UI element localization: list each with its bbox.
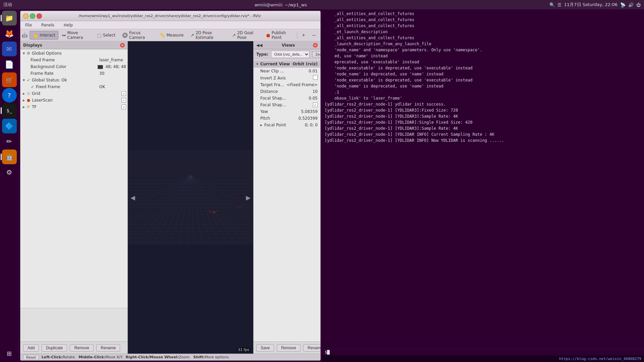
frame-rate-value[interactable]: 30 [99, 71, 126, 76]
views-remove-button[interactable]: Remove [277, 344, 301, 352]
terminal-line: obase_link' to 'laser_frame' [325, 95, 641, 101]
global-status-expand[interactable]: ▼ [22, 78, 26, 82]
focus-camera-button[interactable]: 🔘 Focus Camera [119, 29, 156, 42]
rviz-icon[interactable]: 🤖 [2, 149, 17, 164]
settings-icon[interactable]: ⚙️ [2, 165, 17, 180]
bg-color-item[interactable]: Background Color 48; 48; 48 [20, 63, 127, 70]
move-camera-button[interactable]: ↔ Move Camera [59, 29, 94, 42]
pen-icon[interactable]: ✏️ [2, 134, 17, 149]
grid-checkbox[interactable]: ✓ [121, 91, 126, 96]
search-icon[interactable]: 🔍 [549, 2, 555, 7]
displays-close-button[interactable]: ✕ [120, 43, 125, 48]
maximize-button[interactable] [30, 13, 35, 19]
terminal-icon[interactable]: $_ [2, 103, 17, 118]
pose-estimate-button[interactable]: ↗ 2D Pose Estimate [187, 29, 228, 42]
global-options-expand[interactable]: ▼ [22, 51, 26, 55]
focal-shape-2-value[interactable]: ✓ [313, 103, 318, 107]
focal-shape-1-row[interactable]: Focal Shap... 0.05 [254, 95, 320, 102]
terminal-line: 'node_name' is deprecated, use 'name' in… [325, 71, 641, 77]
menu-panels[interactable]: Panels [39, 22, 56, 28]
terminal-line: [ydlidar_ros2_driver_node-1] [YDLIDAR3]:… [325, 113, 641, 119]
viewport-arrow-left[interactable]: ◀ [128, 191, 138, 204]
focal-point-expand[interactable]: ▶ [260, 124, 264, 127]
target-frame-row[interactable]: Target Fra... <Fixed Frame> [254, 81, 320, 88]
pitch-row[interactable]: Pitch 0.520399 [254, 115, 320, 122]
svg-rect-70 [206, 210, 206, 210]
grid-expand[interactable]: ▶ [22, 92, 26, 96]
displays-panel-header: Displays ✕ [20, 41, 127, 49]
invert-z-value[interactable] [313, 75, 318, 81]
global-status-ff-value: OK [99, 84, 126, 89]
power-icon[interactable]: ⏻ [636, 2, 641, 7]
publish-point-button[interactable]: ● Publish Point [263, 29, 296, 42]
activities-label[interactable]: 活动 [3, 2, 12, 8]
menu-file[interactable]: File [23, 22, 34, 28]
reset-button[interactable]: Reset [23, 355, 39, 360]
duplicate-button[interactable]: Duplicate [42, 344, 67, 352]
near-clip-row[interactable]: Near Clip ... 0.01 [254, 68, 320, 74]
svg-rect-61 [237, 205, 238, 206]
tf-checkbox[interactable]: ✓ [121, 105, 126, 109]
laserscan-expand[interactable]: ▶ [22, 98, 26, 102]
fixed-frame-item[interactable]: Fixed Frame laser_frame [20, 57, 127, 63]
3d-viewport[interactable]: ◀ ▶ 31 fps [128, 41, 253, 354]
menu-help[interactable]: Help [62, 22, 75, 28]
middle-click-action: Move X/Y. [105, 355, 123, 359]
grid-item[interactable]: ▶ ⊞ Grid ✓ [20, 90, 127, 97]
more-button[interactable]: — [309, 31, 319, 39]
tf-item[interactable]: ▶ ⟳ TF ✓ [20, 104, 127, 110]
global-options-item[interactable]: ▼ ⚙ Global Options [20, 50, 127, 57]
interact-button[interactable]: 👆 Interact [30, 31, 58, 40]
terminal-line: 'node_executable' is deprecated, use 'ex… [325, 65, 641, 71]
menu-icon[interactable]: ☰ [557, 2, 561, 7]
svg-rect-51 [208, 211, 208, 212]
distance-row[interactable]: Distance 10 [254, 88, 320, 95]
svg-rect-43 [212, 212, 212, 212]
views-type-select[interactable]: Orbit (rviz_defa... [271, 51, 310, 58]
rename-display-button[interactable]: Rename [96, 344, 120, 352]
invert-z-row[interactable]: Invert Z Axis [254, 74, 320, 81]
laserscan-checkbox[interactable]: ✓ [121, 98, 126, 103]
tf-expand[interactable]: ▶ [22, 105, 26, 109]
firefox-icon[interactable]: 🦊 [2, 26, 17, 41]
distance-value: 10 [313, 89, 318, 94]
laserscan-item[interactable]: ▶ ● LaserScan ✓ [20, 97, 127, 104]
views-zero-button[interactable]: Zero [312, 51, 320, 57]
vscode-icon[interactable]: 🔷 [2, 119, 17, 133]
close-button[interactable] [37, 13, 42, 19]
measure-button[interactable]: 📏 Measure [156, 31, 186, 40]
add-button[interactable]: Add [23, 344, 39, 352]
middle-click-label: Middle-Click: [78, 355, 105, 359]
views-save-button[interactable]: Save [256, 344, 274, 352]
yaw-row[interactable]: Yaw 5.08359 [254, 108, 320, 115]
goal-pose-button[interactable]: ↗ 2D Goal Pose [229, 29, 262, 42]
files-icon[interactable]: 📁 [2, 11, 17, 25]
appstore-icon[interactable]: 🛒 [2, 72, 17, 87]
add-tool-button[interactable]: + [299, 31, 308, 39]
focal-shape-2-row[interactable]: Focal Shap... ✓ [254, 102, 320, 108]
views-rename-button[interactable]: Rename [303, 344, 320, 352]
volume-icon[interactable]: 🔊 [628, 2, 634, 7]
distance-label: Distance [260, 89, 313, 94]
viewport-arrow-right[interactable]: ▶ [243, 191, 253, 204]
current-view-header[interactable]: ▼ Current View Orbit (rviz) [254, 60, 320, 68]
bg-color-swatch[interactable] [98, 65, 103, 69]
svg-rect-57 [214, 213, 215, 214]
global-status-fixed-frame-item[interactable]: ✓ Fixed Frame OK [20, 83, 127, 90]
pose-estimate-icon: ↗ [190, 33, 194, 38]
help-icon[interactable]: ? [2, 88, 17, 103]
views-close-button[interactable]: ✕ [313, 43, 318, 48]
system-bar-left: 活动 [3, 2, 12, 8]
thunderbird-icon[interactable]: ✉ [2, 42, 17, 56]
displays-tree: ▼ ⚙ Global Options Fixed Frame laser_fra… [20, 49, 127, 308]
minimize-button[interactable] [23, 13, 29, 19]
fixed-frame-value[interactable]: laser_frame [99, 58, 126, 62]
frame-rate-item[interactable]: Frame Rate 30 [20, 70, 127, 77]
apps-icon[interactable]: ⊞ [2, 346, 17, 361]
focal-shape-1-label: Focal Shap... [260, 96, 309, 101]
select-button[interactable]: ⬚ Select [94, 31, 118, 40]
remove-display-button[interactable]: Remove [70, 344, 94, 352]
global-status-item[interactable]: ▼ ✓ Global Status: Ok [20, 77, 127, 83]
libreoffice-icon[interactable]: 📄 [2, 57, 17, 72]
focal-point-row[interactable]: ▶ Focal Point 0; 0; 0 [254, 122, 320, 128]
